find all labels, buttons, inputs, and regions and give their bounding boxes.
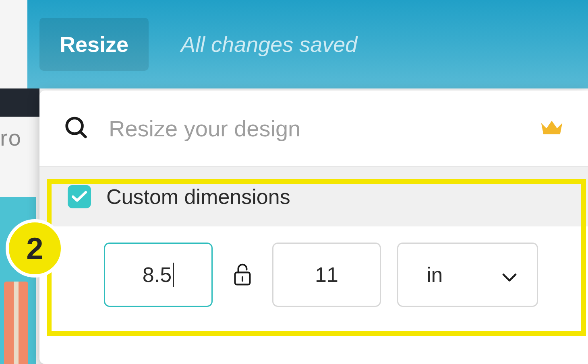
custom-dimensions-row[interactable]: Custom dimensions	[39, 167, 588, 226]
text-cursor	[173, 263, 174, 287]
svg-line-1	[80, 132, 85, 137]
resize-dropdown-panel: Custom dimensions 8.5 in	[39, 90, 588, 364]
unit-value: in	[427, 263, 443, 287]
width-input[interactable]: 8.5	[104, 243, 213, 307]
save-status-text: All changes saved	[181, 32, 357, 57]
custom-dimensions-checkbox[interactable]	[68, 185, 91, 208]
resize-button-label: Resize	[60, 32, 128, 56]
unit-select[interactable]: in	[397, 243, 538, 307]
left-sidebar-fragment	[0, 88, 39, 117]
search-row	[39, 90, 588, 167]
dimension-inputs-row: 8.5 in	[39, 226, 588, 323]
chevron-down-icon	[502, 263, 517, 287]
custom-dimensions-label: Custom dimensions	[106, 185, 290, 209]
search-icon	[64, 115, 89, 142]
height-input[interactable]	[272, 243, 381, 307]
width-value: 8.5	[143, 263, 172, 287]
resize-search-input[interactable]	[109, 115, 520, 142]
cropped-text-fragment: ro	[0, 125, 39, 151]
tutorial-step-badge: 2	[6, 219, 64, 278]
crown-icon	[540, 118, 564, 139]
step-number: 2	[26, 231, 43, 266]
resize-button[interactable]: Resize	[39, 18, 149, 71]
aspect-lock-toggle[interactable]	[229, 258, 256, 292]
unlock-icon	[233, 282, 252, 288]
app-header: Resize All changes saved	[27, 0, 588, 88]
